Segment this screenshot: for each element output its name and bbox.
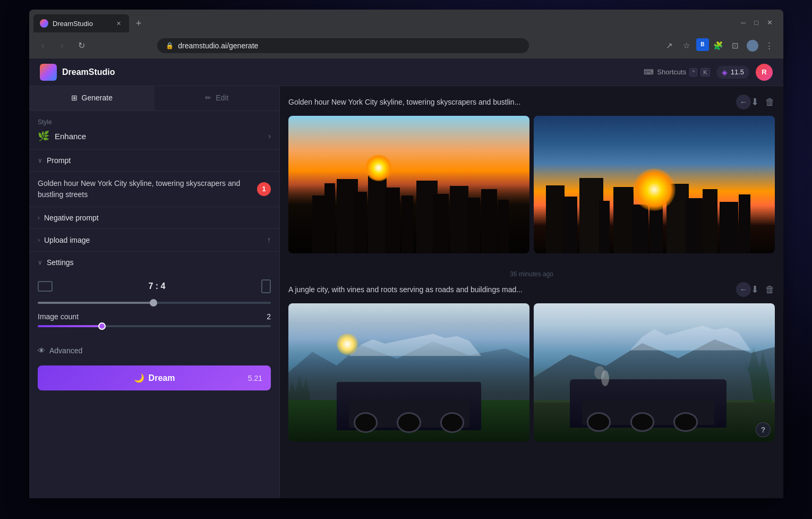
tab-generate[interactable]: ⊞ Generate [29, 86, 155, 110]
aspect-ratio-value: 7 : 4 [148, 282, 165, 291]
gen-images-2: ? [288, 303, 775, 441]
kbd-ctrl: ^ [689, 68, 697, 76]
advanced-section[interactable]: 👁 Advanced [29, 342, 279, 359]
forward-button: › [55, 38, 70, 53]
portrait-aspect-icons [261, 279, 271, 293]
aspect-ratio-slider[interactable] [38, 302, 271, 304]
sidebar-toggle-icon[interactable]: ⊡ [728, 38, 743, 53]
gen-title-1: Golden hour New York City skyline, tower… [288, 98, 731, 106]
shortcuts-label: Shortcuts [657, 68, 686, 76]
upload-label: Upload image [44, 236, 90, 244]
maximize-button[interactable]: □ [754, 19, 758, 27]
app-title: DreamStudio [62, 67, 115, 77]
share-icon[interactable]: ↗ [662, 38, 677, 53]
slider-track [38, 302, 271, 304]
app-header: DreamStudio ⌨ Shortcuts ^ K ◈ 11.5 R [29, 58, 783, 86]
prompt-collapse-icon: ∨ [38, 157, 42, 164]
url-text: dreamstudio.ai/generate [178, 41, 258, 50]
gen-image-nyc-2[interactable] [534, 116, 775, 253]
negative-prompt-toggle-icon: › [38, 214, 40, 222]
tab-edit[interactable]: ✏ Edit [155, 86, 280, 110]
logo-icon [40, 64, 57, 81]
star-icon[interactable]: ☆ [679, 38, 694, 53]
new-tab-button[interactable]: + [131, 16, 146, 31]
tab-close-button[interactable]: ✕ [114, 19, 123, 28]
style-emoji: 🌿 [38, 130, 49, 142]
content-area: Golden hour New York City skyline, tower… [280, 86, 783, 498]
gen-images-1 [288, 116, 775, 253]
settings-header[interactable]: ∨ Settings [29, 252, 279, 273]
credits-badge: ◈ 11.5 [716, 66, 749, 79]
gen-title-area-1: Golden hour New York City skyline, tower… [288, 95, 751, 109]
extensions-icon[interactable]: 🧩 [711, 38, 726, 53]
prompt-text: Golden hour New York City skyline, tower… [38, 178, 271, 200]
address-bar-actions: ↗ ☆ B 🧩 ⊡ ⋮ [662, 38, 777, 53]
user-initial: R [762, 68, 766, 76]
upload-image-section[interactable]: › Upload image ↑ [29, 229, 279, 252]
landscape-aspect-icon[interactable] [38, 281, 53, 292]
app-logo: DreamStudio [40, 64, 115, 81]
gen-back-button-2[interactable]: ← [736, 282, 751, 297]
window-controls: ─ □ ✕ [741, 19, 779, 29]
negative-prompt-label: Negative prompt [44, 214, 99, 222]
delete-button-1[interactable]: 🗑 [765, 97, 775, 108]
gen-title-area-2: A jungle city, with vines and roots serv… [288, 282, 751, 297]
settings-content: 7 : 4 [29, 273, 279, 342]
minimize-button[interactable]: ─ [741, 19, 746, 27]
aspect-ratio-row: 7 : 4 [38, 279, 271, 293]
address-bar: ‹ › ↻ 🔒 dreamstudio.ai/generate ↗ ☆ B 🧩 … [29, 33, 783, 58]
menu-icon[interactable]: ⋮ [762, 38, 777, 53]
browser-tab-dreamstudio[interactable]: DreamStudio ✕ [33, 14, 129, 32]
credits-icon: ◈ [722, 68, 728, 76]
style-selector[interactable]: 🌿 Enhance › [38, 130, 271, 142]
portrait-aspect-icon[interactable] [261, 279, 271, 293]
keyboard-icon: ⌨ [644, 68, 654, 76]
prompt-badge: 1 [257, 182, 271, 196]
download-button-2[interactable]: ⬇ [751, 284, 759, 295]
image-count-row: Image count 2 [38, 312, 271, 321]
edit-tab-icon: ✏ [205, 93, 211, 102]
bitwarden-icon[interactable]: B [696, 38, 709, 51]
gen-back-button-1[interactable]: ← [736, 95, 751, 109]
dream-button[interactable]: 🌙 Dream 5.21 [38, 365, 271, 390]
gen-image-nyc-1[interactable] [288, 116, 529, 253]
style-label: Style [38, 118, 271, 126]
lock-icon: 🔒 [166, 42, 174, 49]
gen-title-2: A jungle city, with vines and roots serv… [288, 285, 731, 294]
tab-title-text: DreamStudio [53, 20, 110, 28]
close-button[interactable]: ✕ [767, 19, 773, 27]
download-button-1[interactable]: ⬇ [751, 96, 759, 108]
sidebar: ⊞ Generate ✏ Edit Style 🌿 [29, 86, 280, 498]
main-layout: ⊞ Generate ✏ Edit Style 🌿 [29, 86, 783, 498]
nav-tabs: ⊞ Generate ✏ Edit [29, 86, 279, 111]
prompt-section-header[interactable]: ∨ Prompt [29, 150, 279, 172]
gen-actions-1: ⬇ 🗑 [751, 96, 775, 108]
delete-button-2[interactable]: 🗑 [765, 284, 775, 295]
dream-button-cost: 5.21 [248, 374, 262, 382]
slider-thumb[interactable] [150, 299, 157, 307]
user-avatar[interactable]: R [756, 64, 773, 81]
generate-tab-label: Generate [82, 93, 113, 102]
chevron-right-icon: › [268, 132, 271, 140]
settings-toggle-icon: ∨ [38, 259, 42, 266]
image-count-slider[interactable] [38, 325, 271, 327]
negative-prompt-header[interactable]: › Negative prompt [29, 207, 279, 229]
url-bar[interactable]: 🔒 dreamstudio.ai/generate [157, 38, 529, 53]
dream-icon: 🌙 [134, 373, 144, 383]
help-button[interactable]: ? [756, 422, 771, 437]
gen-header-1: Golden hour New York City skyline, tower… [288, 95, 775, 109]
advanced-label: Advanced [49, 346, 82, 355]
gen-actions-2: ⬇ 🗑 [751, 284, 775, 295]
reload-button[interactable]: ↻ [74, 38, 89, 53]
count-slider-thumb[interactable] [98, 322, 106, 330]
app-content: DreamStudio ⌨ Shortcuts ^ K ◈ 11.5 R [29, 58, 783, 498]
gen-image-jungle-1[interactable] [288, 303, 529, 441]
style-name: Enhance [55, 132, 86, 141]
profile-icon[interactable] [745, 38, 760, 53]
gen-header-2: A jungle city, with vines and roots serv… [288, 282, 775, 297]
count-slider-fill [38, 325, 103, 327]
shortcuts-button[interactable]: ⌨ Shortcuts ^ K [644, 68, 710, 76]
gen-image-jungle-2[interactable]: ? [534, 303, 775, 441]
prompt-area[interactable]: Golden hour New York City skyline, tower… [29, 172, 279, 207]
generate-tab-icon: ⊞ [71, 93, 78, 102]
